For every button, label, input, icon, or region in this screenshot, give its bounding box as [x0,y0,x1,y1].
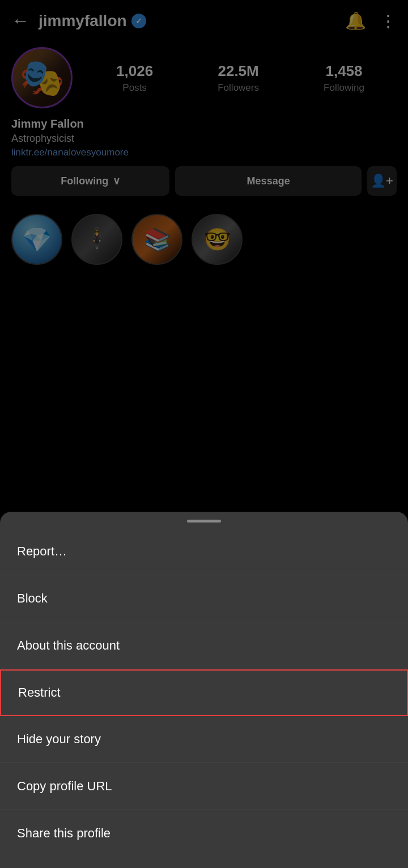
copy-url-menu-item[interactable]: Copy profile URL [0,763,408,810]
hide-story-menu-item[interactable]: Hide your story [0,716,408,763]
share-profile-menu-item[interactable]: Share this profile [0,810,408,857]
about-account-menu-item[interactable]: About this account [0,622,408,669]
restrict-menu-item[interactable]: Restrict [0,669,408,716]
block-menu-item[interactable]: Block [0,575,408,622]
sheet-handle [187,520,221,523]
bottom-sheet: Report… Block About this account Restric… [0,512,408,868]
report-menu-item[interactable]: Report… [0,528,408,575]
